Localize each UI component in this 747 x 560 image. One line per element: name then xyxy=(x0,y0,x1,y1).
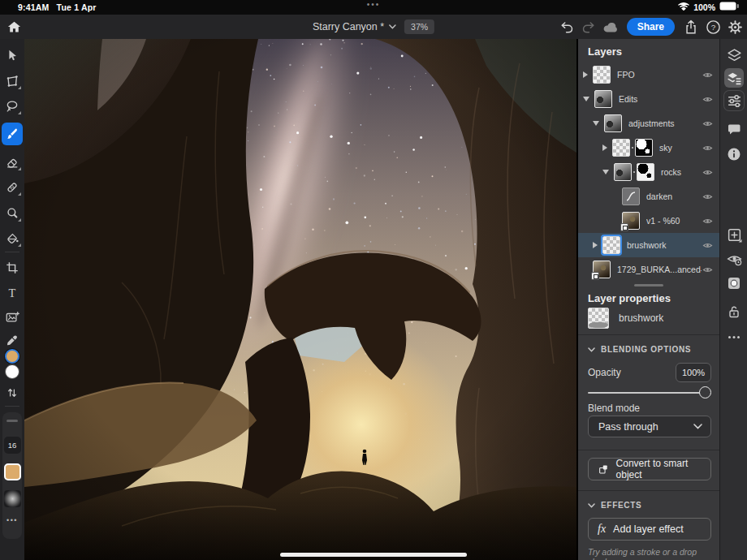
mask-link-icon xyxy=(633,171,635,173)
eraser-tool[interactable] xyxy=(2,153,22,172)
brush-color-swatch[interactable] xyxy=(4,463,21,480)
layers-detail-icon[interactable] xyxy=(724,68,744,88)
lock-icon[interactable] xyxy=(724,302,744,321)
opacity-slider-thumb[interactable] xyxy=(699,386,711,398)
layer-row-v1-60[interactable]: v1 - %60 xyxy=(578,209,719,233)
chevron-down-icon xyxy=(389,24,396,29)
blend-mode-dropdown[interactable]: Pass through xyxy=(588,416,711,437)
disclosure-triangle[interactable] xyxy=(602,144,607,151)
layer-visibility-eye-icon[interactable] xyxy=(702,142,713,153)
share-button[interactable]: Share xyxy=(627,18,675,36)
add-layer-icon[interactable] xyxy=(724,225,744,244)
opacity-slider[interactable] xyxy=(588,386,711,399)
lasso-select-tool[interactable] xyxy=(2,97,22,116)
layer-properties-row: brushwork xyxy=(588,308,663,329)
layer-thumbnail[interactable] xyxy=(614,163,632,181)
disclosure-triangle[interactable] xyxy=(593,242,598,248)
layer-visibility-icon[interactable] xyxy=(724,249,744,269)
layer-visibility-eye-icon[interactable] xyxy=(702,166,713,178)
layer-visibility-eye-icon[interactable] xyxy=(702,264,713,275)
blending-options-header[interactable]: BLENDING OPTIONS xyxy=(588,345,691,354)
layer-row-fpo[interactable]: FPO xyxy=(578,62,719,87)
convert-smart-object-button[interactable]: Convert to smart object xyxy=(588,458,711,480)
zoom-level-button[interactable]: 37% xyxy=(404,19,434,34)
layer-thumbnail[interactable] xyxy=(612,139,630,157)
layer-row-brushwork[interactable]: brushwork xyxy=(578,233,719,257)
layer-row-adjustments[interactable]: adjustments xyxy=(578,111,719,136)
status-time-date: 9:41AM Tue 1 Apr xyxy=(18,2,97,12)
layer-visibility-eye-icon[interactable] xyxy=(702,69,713,80)
transform-tool[interactable] xyxy=(2,71,22,91)
layer-row-1729-burka-anced-nr33[interactable]: 1729_BURKA...anced-NR33 xyxy=(578,257,719,282)
layer-visibility-eye-icon[interactable] xyxy=(702,215,713,226)
layer-thumbnail[interactable] xyxy=(604,114,622,132)
opacity-slider-track xyxy=(588,392,708,394)
document-canvas[interactable] xyxy=(24,39,576,560)
layer-list: FPOEditsadjustmentsskyrocksdarkenv1 - %6… xyxy=(578,62,719,282)
layer-name: adjustments xyxy=(628,118,702,128)
background-color-swatch[interactable] xyxy=(5,364,19,379)
more-options-icon[interactable] xyxy=(724,327,744,347)
battery-percent: 100% xyxy=(693,2,715,12)
layers-panel-title: Layers xyxy=(588,45,622,58)
foreground-color-swatch[interactable] xyxy=(5,349,19,364)
home-indicator[interactable] xyxy=(280,553,467,557)
disclosure-triangle[interactable] xyxy=(602,170,609,174)
layer-mask-thumbnail[interactable] xyxy=(635,139,653,157)
healing-brush-tool[interactable] xyxy=(2,178,22,197)
layer-mask-thumbnail[interactable] xyxy=(637,163,654,181)
eyedropper-tool[interactable] xyxy=(2,331,22,351)
layer-visibility-eye-icon[interactable] xyxy=(702,239,713,251)
home-button[interactable] xyxy=(4,17,24,37)
layer-visibility-eye-icon[interactable] xyxy=(702,118,713,129)
layers-compact-icon[interactable] xyxy=(724,45,744,65)
place-image-tool[interactable] xyxy=(2,308,22,327)
layer-thumbnail[interactable] xyxy=(594,90,612,108)
layer-thumbnail[interactable] xyxy=(622,212,640,230)
effects-header[interactable]: EFFECTS xyxy=(588,501,641,510)
layer-thumbnail[interactable] xyxy=(593,66,611,84)
strip-drag-handle[interactable] xyxy=(6,420,18,422)
opacity-value-field[interactable]: 100% xyxy=(676,363,711,382)
move-tool[interactable] xyxy=(2,45,22,65)
layer-row-rocks[interactable]: rocks xyxy=(578,160,719,184)
disclosure-triangle[interactable] xyxy=(583,71,588,78)
layer-row-sky[interactable]: sky xyxy=(578,136,719,160)
layer-row-darken[interactable]: darken xyxy=(578,184,719,209)
paint-brush-tool-selected[interactable] xyxy=(2,123,23,145)
layer-visibility-eye-icon[interactable] xyxy=(702,93,713,105)
chevron-down-icon xyxy=(693,424,702,429)
settings-gear-icon[interactable] xyxy=(725,17,745,37)
fill-tool[interactable] xyxy=(2,229,22,248)
undo-button[interactable] xyxy=(557,17,576,37)
redo-button[interactable] xyxy=(579,17,598,37)
crop-tool[interactable] xyxy=(2,258,22,278)
help-button[interactable]: ? xyxy=(703,17,723,37)
brush-size-field[interactable]: 16 xyxy=(4,437,21,454)
panel-resize-handle[interactable] xyxy=(634,284,663,286)
layer-thumbnail[interactable] xyxy=(622,187,640,205)
multitask-dots: ••• xyxy=(367,0,381,9)
adjustments-panel-icon[interactable] xyxy=(724,91,744,110)
type-tool[interactable]: T xyxy=(2,283,22,303)
layer-mask-icon[interactable] xyxy=(724,274,744,293)
layer-thumbnail[interactable] xyxy=(602,236,620,254)
disclosure-triangle[interactable] xyxy=(593,121,599,126)
layer-row-edits[interactable]: Edits xyxy=(578,87,719,111)
brush-hardness-preview[interactable] xyxy=(4,490,21,507)
add-layer-effect-button[interactable]: fx Add layer effect xyxy=(588,518,711,541)
disclosure-triangle[interactable] xyxy=(583,97,589,101)
info-icon[interactable] xyxy=(724,144,744,164)
effects-hint-text: Try adding a stroke or a drop shadow. xyxy=(588,547,719,560)
cloud-sync-icon[interactable] xyxy=(601,17,620,37)
comments-icon[interactable] xyxy=(724,119,744,139)
layer-thumbnail[interactable] xyxy=(593,261,611,278)
clone-stamp-tool[interactable] xyxy=(2,204,22,223)
document-title-button[interactable]: Starry Canyon * xyxy=(313,21,396,32)
more-options-icon[interactable]: ••• xyxy=(2,516,22,524)
export-icon[interactable] xyxy=(681,17,701,37)
layer-visibility-eye-icon[interactable] xyxy=(702,191,713,202)
blend-mode-label: Blend mode xyxy=(588,403,640,414)
swap-colors[interactable] xyxy=(2,383,22,403)
layer-name: darken xyxy=(646,192,702,201)
